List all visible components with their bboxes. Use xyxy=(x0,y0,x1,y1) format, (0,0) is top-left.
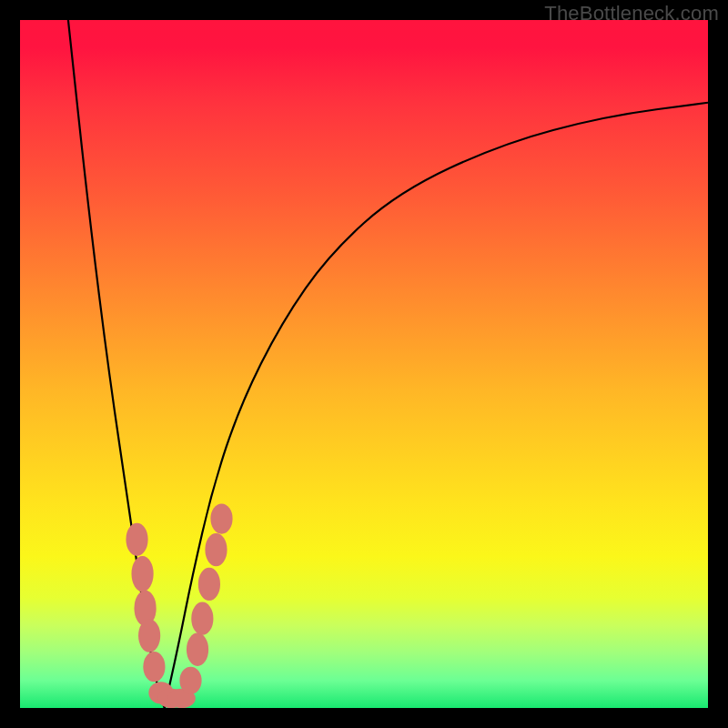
data-marker xyxy=(187,633,208,666)
data-marker xyxy=(126,523,147,556)
chart-plot-area xyxy=(20,20,708,708)
curve-right-branch xyxy=(165,103,708,708)
data-marker xyxy=(198,568,220,601)
chart-svg xyxy=(20,20,708,708)
chart-frame: TheBottleneck.com xyxy=(0,0,728,728)
watermark-text: TheBottleneck.com xyxy=(544,2,719,25)
data-marker xyxy=(191,602,213,635)
data-marker xyxy=(143,652,165,682)
data-marker xyxy=(131,556,153,592)
data-marker xyxy=(205,533,227,566)
data-marker xyxy=(138,619,160,652)
marker-group xyxy=(126,503,232,708)
data-marker xyxy=(210,503,232,533)
data-marker xyxy=(179,667,201,694)
